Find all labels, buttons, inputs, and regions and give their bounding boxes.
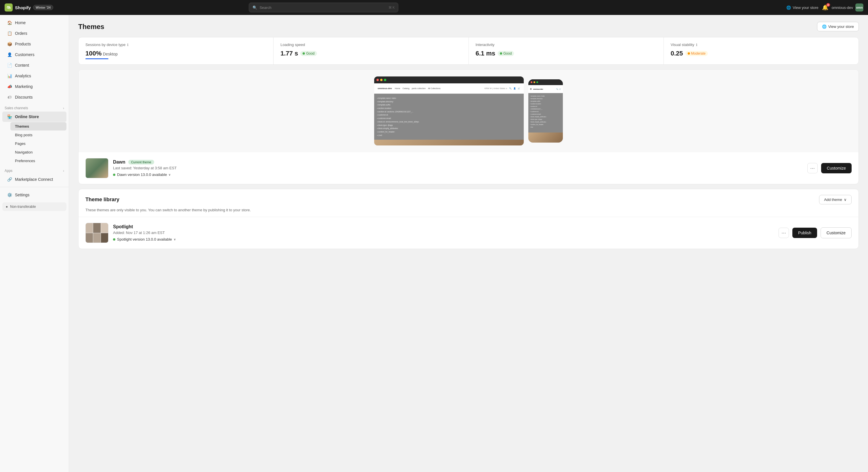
desktop-content: • template.name: index • template.direct…	[374, 94, 524, 140]
spotlight-version[interactable]: Spotlight version 13.0.0 available ∨	[113, 237, 774, 241]
online-store-icon: 🏪	[7, 114, 12, 119]
thumb-cell-6	[101, 233, 108, 243]
info-visual-icon[interactable]: ℹ	[696, 43, 698, 47]
sidebar: 🏠 Home 📋 Orders 📦 Products 👤 Customers 📄…	[0, 15, 69, 472]
dot-good-icon	[303, 52, 305, 55]
preview-store-name: omnious-dev	[378, 87, 392, 90]
thumb-cell-2	[93, 223, 100, 233]
visual-stability-badge: Moderate	[685, 51, 708, 56]
sales-channels-section: Sales channels ›	[0, 103, 69, 111]
sidebar-item-orders[interactable]: 📋 Orders	[2, 28, 66, 38]
sidebar-item-settings[interactable]: ⚙️ Settings	[2, 190, 66, 200]
sidebar-sub-blog-posts[interactable]: Blog posts	[10, 131, 66, 139]
user-menu[interactable]: omnious-dev omn	[832, 3, 863, 11]
circle-icon: ●	[6, 205, 8, 209]
version-dot-icon	[113, 174, 115, 176]
sidebar-item-marketplace[interactable]: 🔗 Marketplace Connect	[2, 174, 66, 184]
marketing-icon: 📣	[7, 84, 12, 89]
sidebar-sub-preferences[interactable]: Preferences	[10, 157, 66, 165]
sidebar-sub-navigation[interactable]: Navigation	[10, 148, 66, 156]
chevron-right-apps-icon: ›	[63, 169, 64, 172]
sidebar-item-home[interactable]: 🏠 Home	[2, 18, 66, 28]
sidebar-item-marketing[interactable]: 📣 Marketing	[2, 81, 66, 92]
metric-visual-stability: Visual stability ℹ 0.25 Moderate	[664, 37, 859, 64]
desktop-nav: omnious-dev Home Catalog pants collectio…	[374, 83, 524, 94]
mobile-footer-img	[528, 133, 563, 143]
spotlight-details: Spotlight Added: Nov 17 at 1:26 am EST S…	[113, 224, 774, 241]
view-store-link[interactable]: 🌐 View your store	[786, 5, 818, 10]
avatar: omn	[855, 3, 863, 11]
orders-icon: 📋	[7, 31, 12, 36]
page-title: Themes	[78, 23, 104, 31]
desktop-preview: omnious-dev Home Catalog pants collectio…	[374, 76, 524, 145]
dot-green	[384, 79, 386, 81]
customize-spotlight-button[interactable]: Customize	[820, 227, 851, 238]
sidebar-item-content[interactable]: 📄 Content	[2, 60, 66, 70]
library-header: Theme library Add theme ∨	[79, 189, 859, 208]
spotlight-dots-icon: ⋯	[781, 230, 786, 236]
sidebar-sub-pages[interactable]: Pages	[10, 139, 66, 148]
season-badge: Winter '24	[33, 5, 53, 10]
theme-version[interactable]: Dawn version 13.0.0 available ∨	[113, 172, 803, 177]
publish-spotlight-button[interactable]: Publish	[793, 228, 817, 238]
theme-name-row: Dawn Current theme	[113, 160, 803, 165]
m-nav-hamburger: ☰	[530, 88, 531, 90]
sidebar-item-online-store[interactable]: 🏪 Online Store	[2, 111, 66, 122]
sidebar-label-settings: Settings	[15, 193, 30, 197]
sidebar-label-preferences: Preferences	[15, 159, 35, 163]
dots-icon: ⋯	[810, 166, 815, 171]
sidebar-label-products: Products	[15, 42, 31, 46]
desktop-bar	[374, 76, 524, 83]
spotlight-chevron-icon: ∨	[174, 238, 176, 241]
spotlight-name-row: Spotlight	[113, 224, 774, 229]
metric-interactivity: Interactivity 6.1 ms Good	[469, 37, 664, 64]
m-dot-yellow	[533, 81, 535, 83]
home-icon: 🏠	[7, 20, 12, 25]
spotlight-thumbnail	[86, 223, 108, 243]
search-shortcut: ⌘ K	[389, 6, 395, 9]
theme-library-card: Theme library Add theme ∨ These themes a…	[78, 189, 859, 249]
chevron-down-icon: ∨	[168, 173, 170, 176]
info-sessions-icon[interactable]: ℹ	[127, 43, 129, 47]
sidebar-label-orders: Orders	[15, 31, 27, 36]
page-header: Themes 🌐 View your store	[78, 22, 859, 31]
add-theme-button[interactable]: Add theme ∨	[819, 195, 851, 204]
preview-nav-links: Home Catalog pants collection All Collec…	[395, 88, 441, 90]
online-store-sub: Themes Blog posts Pages Navigation Prefe…	[8, 122, 69, 165]
analytics-icon: 📊	[7, 73, 12, 78]
view-store-button[interactable]: 🌐 View your store	[817, 22, 859, 31]
search-bar[interactable]: 🔍 Search ⌘ K	[249, 3, 398, 12]
sidebar-label-analytics: Analytics	[15, 74, 31, 78]
metric-loading: Loading speed 1.77 s Good	[274, 37, 468, 64]
discounts-icon: 🏷	[7, 95, 12, 100]
app-logo[interactable]: 🛍 Shopify Winter '24	[5, 3, 53, 11]
sidebar-bottom: ⚙️ Settings ● Non-transferable	[0, 187, 69, 211]
notifications-button[interactable]: 🔔 3	[822, 4, 828, 11]
theme-preview: omnious-dev Home Catalog pants collectio…	[79, 70, 859, 153]
sidebar-item-products[interactable]: 📦 Products	[2, 39, 66, 49]
loading-badge: Good	[300, 51, 317, 56]
theme-version-label: Dawn version 13.0.0 available	[117, 172, 167, 177]
spotlight-more-options-button[interactable]: ⋯	[779, 228, 789, 238]
sidebar-label-navigation: Navigation	[15, 150, 32, 155]
sidebar-sub-themes[interactable]: Themes	[10, 122, 66, 131]
sidebar-item-analytics[interactable]: 📊 Analytics	[2, 71, 66, 81]
customers-icon: 👤	[7, 52, 12, 57]
sidebar-item-customers[interactable]: 👤 Customers	[2, 49, 66, 60]
sidebar-item-discounts[interactable]: 🏷 Discounts	[2, 92, 66, 102]
sidebar-label-online-store: Online Store	[15, 114, 39, 119]
dot-yellow	[380, 79, 382, 81]
theme-info-row: Dawn Current theme Last saved: Yesterday…	[79, 153, 859, 184]
preview-nav-right: KRW W | United States ∨ 🔍 👤 🛒	[485, 88, 520, 90]
theme-actions: ⋯ Customize	[807, 163, 851, 173]
notifications-count: 3	[826, 3, 830, 7]
library-theme-spotlight: Spotlight Added: Nov 17 at 1:26 am EST S…	[79, 217, 859, 249]
spotlight-added-date: Added: Nov 17 at 1:26 am EST	[113, 231, 774, 235]
theme-more-options-button[interactable]: ⋯	[807, 163, 818, 173]
metric-visual-value: 0.25 Moderate	[671, 50, 851, 57]
sidebar-label-blog-posts: Blog posts	[15, 133, 32, 137]
add-theme-label: Add theme	[824, 198, 842, 202]
sidebar-label-discounts: Discounts	[15, 95, 32, 99]
theme-thumbnail	[86, 158, 108, 178]
customize-theme-button[interactable]: Customize	[821, 163, 851, 173]
